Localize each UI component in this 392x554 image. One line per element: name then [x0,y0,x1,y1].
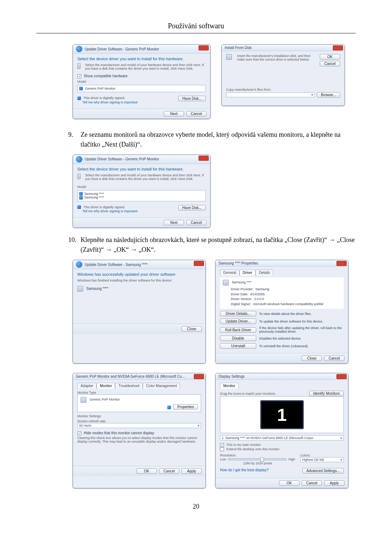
cancel-button[interactable]: Cancel [159,468,179,474]
header-rule [36,33,356,33]
close-icon[interactable] [336,374,347,379]
tab-general[interactable]: General [220,270,240,275]
signing-link[interactable]: Tell me why driver signing is important [82,100,138,104]
cancel-button[interactable]: Cancel [186,111,207,116]
window-title: Install From Disk [225,46,252,50]
back-icon[interactable] [76,46,82,52]
chevron-down-icon: ▾ [340,458,342,461]
close-icon[interactable] [194,261,204,266]
dialog-heading: Windows has successfully updated your dr… [77,272,201,276]
sig-label: Digital Signer: [231,302,251,306]
hide-modes-checkbox[interactable] [77,431,81,435]
tab-details[interactable]: Details [256,270,273,275]
slider-high: High [288,457,295,461]
tab-color[interactable]: Color Management [143,383,180,389]
next-button[interactable]: Next [164,111,184,116]
close-icon[interactable] [199,156,209,161]
cancel-button[interactable]: Cancel [324,356,344,361]
page-header: Používání softwaru [36,22,356,30]
model-list[interactable]: Samsung **** Samsung **** [77,190,206,201]
cancel-button[interactable]: Cancel [186,220,207,225]
close-icon[interactable] [333,45,343,50]
model-header: Model [77,185,206,189]
dialog-heading: Select the device driver you want to ins… [77,167,206,171]
prov-value: Samsung [256,287,269,291]
back-icon[interactable] [76,261,82,268]
browse-button[interactable]: Browse... [317,92,340,98]
uninstall-desc: To uninstall the driver (Advanced). [259,344,344,348]
resolution-slider[interactable] [228,458,287,460]
monitor-select[interactable]: 1. Samsung **** on NVIDIA GeForce 6600 L… [220,435,344,440]
back-icon[interactable] [76,156,82,163]
step-9: 9. Ze seznamu monitorů na obrazovce vybe… [68,130,356,149]
refresh-label: Screen refresh rate: [77,419,201,423]
colors-dropdown[interactable]: Highest (32 bit) ▾ [300,457,344,462]
best-display-link[interactable]: How do I get the best display? [220,468,269,473]
identify-monitors-button[interactable]: Identify Monitors [309,391,344,396]
driver-details-button[interactable]: Driver Details... [220,311,256,316]
drag-label: Drag the icons to match your monitors. [220,392,276,395]
step-number: 9. [68,130,81,149]
ok-button[interactable]: OK [320,54,340,59]
close-icon[interactable] [336,261,347,266]
model-header: Model [77,80,206,83]
model-item[interactable]: Samsung **** [84,196,104,199]
close-icon[interactable] [194,374,204,379]
close-icon[interactable] [199,45,209,50]
window-title: Update Driver Software - Generic PnP Mon… [85,157,159,161]
compat-checkbox[interactable] [77,74,81,78]
tab-driver[interactable]: Driver [240,270,256,275]
colors-value: Highest (32 bit) [302,458,324,461]
drive-icon [77,63,81,69]
compat-label: Show compatible hardware [84,74,128,78]
hide-modes-label: Hide modes that this monitor cannot disp… [84,431,154,435]
colors-label: Colors: [300,454,344,457]
tab-monitor[interactable]: Monitor [220,383,238,389]
dialog-subtext: Windows has finished installing the driv… [77,279,201,282]
disk-icon [226,54,232,60]
update-driver-button[interactable]: Update Driver... [220,319,256,324]
apply-button[interactable]: Apply [324,480,344,486]
tab-monitor[interactable]: Monitor [97,383,115,389]
model-list[interactable]: Generic PnP Monitor [77,85,206,93]
main-monitor-checkbox[interactable] [220,443,224,447]
window-monitor-properties: Generic PnP Monitor and NVIDIA GeForce 6… [73,373,206,488]
cancel-button[interactable]: Cancel [302,480,322,486]
tab-adapter[interactable]: Adapter [77,383,97,389]
close-button[interactable]: Close [302,356,322,361]
device-name: Samsung **** [86,287,109,291]
refresh-dropdown[interactable]: 60 Hertz ▾ [77,423,201,428]
rollback-driver-button[interactable]: Roll Back Driver [220,327,256,333]
monitor-icon [77,286,83,292]
extend-desktop-label: Extend the desktop onto this monitor [226,447,279,451]
apply-button[interactable]: Apply [181,468,202,474]
next-button[interactable]: Next [164,220,184,225]
chevron-down-icon: ▾ [340,436,342,440]
ver-value: 2.0.0.0 [254,297,264,301]
signing-link[interactable]: Tell me why driver signing is important [82,209,138,213]
monitor-preview[interactable]: 1 [260,400,304,429]
cancel-button[interactable]: Cancel [320,61,340,66]
driver-details-desc: To view details about the driver files. [259,312,344,316]
close-button[interactable]: Close [181,326,202,332]
have-disk-button[interactable]: Have Disk... [178,205,206,210]
signed-label: This driver is digitally signed. [83,96,125,100]
resolution-value: 1280 by 1024 pixels [220,461,295,465]
monitor-icon [81,397,86,403]
window-title: Update Driver Software - Generic PnP Mon… [85,47,159,51]
properties-button[interactable]: Properties [173,404,198,410]
tab-troubleshoot[interactable]: Troubleshoot [115,383,143,389]
monitor-type-section: Monitor Type [77,391,201,394]
ok-button[interactable]: OK [279,480,299,486]
window-update-driver-2: Update Driver Software - Generic PnP Mon… [73,155,211,228]
model-item[interactable]: Generic PnP Monitor [85,87,115,90]
path-dropdown[interactable]: ▾ [226,93,315,97]
dialog-heading: Select the device driver you want to ins… [77,57,206,61]
extend-desktop-checkbox[interactable] [220,447,224,451]
disable-button[interactable]: Disable [220,336,256,341]
model-item[interactable]: Samsung **** [84,192,104,196]
have-disk-button[interactable]: Have Disk... [178,96,206,101]
ok-button[interactable]: OK [136,468,157,474]
uninstall-button[interactable]: Uninstall [220,343,256,349]
advanced-settings-button[interactable]: Advanced Settings... [302,468,344,473]
